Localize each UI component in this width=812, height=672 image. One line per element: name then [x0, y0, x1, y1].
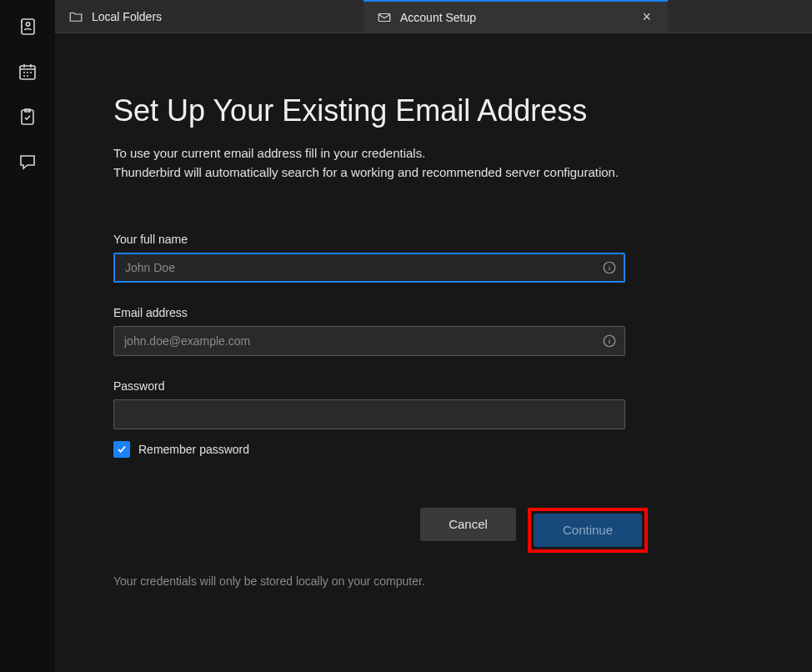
tasks-icon[interactable] [16, 105, 39, 128]
password-label: Password [113, 379, 754, 393]
form-group-password: Password [113, 379, 754, 429]
folder-icon [68, 9, 83, 24]
page-description: To use your current email address fill i… [113, 143, 754, 183]
continue-button[interactable]: Continue [534, 514, 642, 547]
tab-bar-rest [668, 0, 812, 33]
description-line1: To use your current email address fill i… [113, 146, 425, 160]
chat-icon[interactable] [16, 150, 39, 173]
description-line2: Thunderbird will automatically search fo… [113, 165, 619, 179]
cancel-button[interactable]: Cancel [420, 508, 516, 541]
full-name-label: Your full name [113, 233, 754, 246]
svg-rect-4 [378, 13, 390, 21]
calendar-icon[interactable] [16, 60, 39, 83]
remember-password-label: Remember password [138, 443, 249, 456]
tab-label: Local Folders [92, 10, 162, 23]
full-name-input-wrapper [113, 253, 625, 283]
form-group-full-name: Your full name [113, 233, 754, 283]
tab-account-setup[interactable]: Account Setup × [363, 0, 668, 33]
full-name-input[interactable] [113, 253, 625, 283]
button-row: Cancel Continue [420, 508, 754, 553]
email-input[interactable] [113, 326, 625, 356]
content-area: Set Up Your Existing Email Address To us… [55, 33, 812, 672]
tab-local-folders[interactable]: Local Folders [55, 0, 363, 33]
svg-point-1 [26, 23, 29, 26]
mail-setup-icon [377, 10, 392, 25]
continue-button-highlight: Continue [528, 508, 648, 553]
page-title: Set Up Your Existing Email Address [113, 93, 754, 128]
email-input-wrapper [113, 326, 625, 356]
remember-password-checkbox[interactable] [113, 441, 130, 458]
remember-password-row: Remember password [113, 441, 754, 458]
info-icon[interactable] [602, 333, 617, 349]
address-book-icon[interactable] [16, 15, 39, 38]
form-group-email: Email address [113, 306, 754, 356]
email-label: Email address [113, 306, 754, 319]
footer-note: Your credentials will only be stored loc… [113, 574, 754, 588]
password-input-wrapper [113, 399, 625, 429]
info-icon[interactable] [602, 260, 617, 275]
tab-label: Account Setup [400, 11, 476, 24]
left-sidebar [0, 0, 55, 672]
password-input[interactable] [113, 399, 625, 429]
main-area: Local Folders Account Setup × Set Up You… [55, 0, 812, 672]
close-icon[interactable]: × [639, 8, 654, 26]
tab-bar: Local Folders Account Setup × [55, 0, 812, 33]
